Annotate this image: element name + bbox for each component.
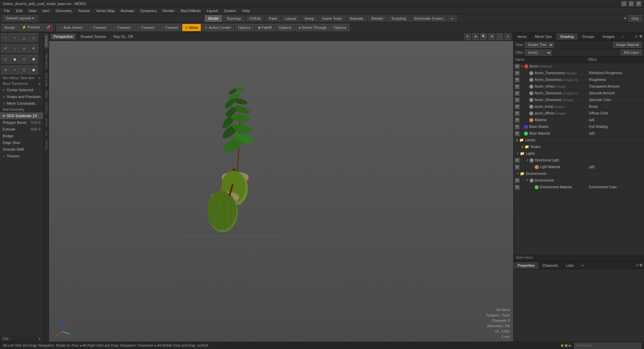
close-button[interactable]: ✕ bbox=[636, 1, 641, 6]
curve-tab[interactable]: Curve bbox=[44, 116, 49, 129]
status-arrow[interactable]: ▶ bbox=[569, 344, 572, 347]
tool-icon-hex1[interactable]: ⬡ bbox=[20, 55, 29, 63]
sculpt-button[interactable]: Sculpt bbox=[1, 24, 18, 31]
expand-acorn[interactable] bbox=[521, 65, 523, 68]
vp-ctrl-6[interactable]: ≡ bbox=[504, 33, 511, 40]
prop-tab-lists[interactable]: Lists bbox=[562, 262, 578, 269]
sds-subdivide-item[interactable]: SDS Subdivide 2X bbox=[0, 112, 43, 119]
maximize-button[interactable]: □ bbox=[629, 1, 634, 6]
vp-tab-perspective[interactable]: Perspective bbox=[51, 34, 75, 39]
menu-edit[interactable]: Edit bbox=[13, 8, 25, 13]
expand-environments[interactable] bbox=[516, 172, 519, 175]
menu-maxtomodo[interactable]: MaxToModo bbox=[178, 8, 204, 13]
vp-ctrl-3[interactable]: 🔍 bbox=[480, 33, 487, 40]
deform-tab[interactable]: Deform bbox=[44, 34, 49, 49]
vis-btn-diffuse[interactable]: 👁 bbox=[515, 111, 520, 116]
rp-tab-images[interactable]: Images bbox=[599, 33, 619, 40]
st-row-env-material[interactable]: 👁 Environment Material Environment Color bbox=[514, 184, 644, 191]
tool-icon-box[interactable]: □ bbox=[10, 33, 19, 42]
expand-library[interactable] bbox=[516, 139, 518, 142]
menu-help[interactable]: Help bbox=[239, 8, 253, 13]
tab-setup[interactable]: Setup bbox=[301, 15, 318, 22]
st-row-bump[interactable]: 👁 acorn_bump (Image) Bump bbox=[514, 103, 644, 110]
tool-icon-text[interactable]: A bbox=[29, 44, 38, 53]
dodecahedron-tab[interactable]: Dodecahe... bbox=[44, 49, 49, 71]
polygon-tab[interactable]: Polygon bbox=[44, 100, 49, 116]
st-row-lights[interactable]: 📁 Lights bbox=[514, 150, 644, 157]
vp-ctrl-5[interactable]: ⬛ bbox=[496, 33, 503, 40]
st-row-glossiness2[interactable]: 👁 Acorn_Glossiness (Image) {2} Specular … bbox=[514, 90, 644, 97]
tool-icon-fill[interactable]: ◼ bbox=[10, 55, 19, 63]
tool-icon-tri[interactable]: △ bbox=[20, 33, 29, 42]
vis-btn-material[interactable]: 👁 bbox=[515, 118, 520, 122]
edge-tab[interactable]: Edge bbox=[44, 88, 49, 100]
tool-icon-expand[interactable]: ⤢ bbox=[10, 65, 19, 74]
tab-paint[interactable]: Paint bbox=[265, 15, 281, 22]
add-geometry-header[interactable]: Add Geometry bbox=[0, 107, 43, 112]
extrude-item[interactable]: Extrude Shift-X bbox=[0, 126, 43, 133]
st-row-light-material[interactable]: 👁 Light Material (all) bbox=[514, 164, 644, 170]
minimize-button[interactable]: — bbox=[621, 1, 627, 6]
tool-icon-scale[interactable]: ⊙ bbox=[20, 44, 29, 53]
menu-system[interactable]: System bbox=[221, 8, 239, 13]
polygon-bevel-item[interactable]: Polygon Bevel Shift-B bbox=[0, 119, 43, 126]
tab-render[interactable]: Render bbox=[368, 15, 387, 22]
menu-geometry[interactable]: Geometry bbox=[53, 8, 74, 13]
vp-tab-raygl[interactable]: Ray GL: Off bbox=[111, 34, 136, 39]
assign-material-button[interactable]: Assign Material bbox=[613, 42, 642, 48]
menu-item[interactable]: Item bbox=[40, 8, 52, 13]
convert-button-1[interactable]: ↔ Convert bbox=[86, 24, 109, 31]
st-row-glossiness3[interactable]: 👁 Acorn_Glossiness (Image) Specular Colo… bbox=[514, 97, 644, 103]
tool-icon-move[interactable]: ↕ bbox=[10, 44, 19, 53]
st-row-acorn[interactable]: 👁 Acorn (Material) bbox=[514, 63, 644, 70]
options-button-3[interactable]: Options bbox=[331, 24, 350, 31]
rp-tab-items[interactable]: Items bbox=[514, 33, 531, 40]
tab-model[interactable]: Model bbox=[205, 15, 222, 22]
vis-btn-glossiness3[interactable]: 👁 bbox=[515, 98, 520, 102]
rp-tab-shading[interactable]: Shading bbox=[556, 33, 578, 40]
convert-button-2[interactable]: ↔ Convert bbox=[110, 24, 133, 31]
tool-icon-undo[interactable]: ↺ bbox=[1, 65, 10, 74]
bridge-item[interactable]: Bridge bbox=[0, 133, 43, 139]
select-through-button[interactable]: ◈ Select Through bbox=[296, 24, 330, 31]
st-row-environment[interactable]: 👁 Environment bbox=[514, 177, 644, 184]
add-layer-button[interactable]: Add Layer bbox=[621, 50, 642, 55]
vis-btn-translucency[interactable]: 👁 bbox=[515, 71, 520, 76]
vis-btn-dir-light[interactable]: 👁 bbox=[515, 158, 520, 163]
prop-expand-btn[interactable]: ⤢ bbox=[636, 263, 639, 267]
st-row-environments[interactable]: 📁 Environments bbox=[514, 170, 644, 177]
tab-scripting[interactable]: Scripting bbox=[388, 15, 410, 22]
rp-tab-meshops[interactable]: Mesh Ops bbox=[531, 33, 556, 40]
tool-icon-hex4[interactable]: ⬢ bbox=[29, 65, 38, 74]
more-transforms-header[interactable]: More Transforms ▾ bbox=[0, 81, 43, 87]
st-row-diffuse[interactable]: 👁 acorn_diffuse (Image) Diffuse Color bbox=[514, 110, 644, 117]
viewport-canvas[interactable]: X Y Z No Items Polygons : Face Channels:… bbox=[49, 41, 513, 342]
expand-dir-light[interactable] bbox=[526, 159, 529, 162]
menu-render[interactable]: Render bbox=[160, 8, 177, 13]
fusion-tab[interactable]: Fusion bbox=[44, 138, 49, 152]
item-menu-header[interactable]: Item Menu: New Item ▾ bbox=[0, 75, 43, 81]
vp-tab-shaded[interactable]: Shaded Texture bbox=[77, 34, 109, 39]
pin-button[interactable]: 📌 bbox=[44, 24, 53, 31]
menu-texture[interactable]: Texture bbox=[75, 8, 93, 13]
vis-btn-acorn[interactable]: 👁 bbox=[515, 64, 520, 69]
presets-button[interactable]: ⚡ Presets bbox=[19, 24, 43, 31]
st-row-translucency[interactable]: 👁 Acorn_Translucency (Image) Refraction … bbox=[514, 70, 644, 77]
thicken-item[interactable]: ✓ Thicken bbox=[0, 153, 43, 159]
tool-icon-hex2[interactable]: ⬢ bbox=[29, 55, 38, 63]
items-button[interactable]: ⬡ Items bbox=[182, 24, 201, 31]
auto-select-button[interactable]: ⬚ Auto Select bbox=[56, 24, 85, 31]
uv-tab[interactable]: UV bbox=[44, 129, 49, 138]
prop-tab-channels[interactable]: Channels bbox=[538, 262, 562, 269]
tab-gametools[interactable]: Game Tools bbox=[318, 15, 345, 22]
rp-expand-btn[interactable]: ⤢ bbox=[635, 34, 638, 39]
rp-tab-groups[interactable]: Groups bbox=[578, 33, 598, 40]
vis-btn-light-material[interactable]: 👁 bbox=[515, 165, 520, 169]
expand-lights[interactable] bbox=[516, 152, 519, 155]
prop-tab-add[interactable]: + bbox=[578, 262, 588, 269]
expand-nodes[interactable] bbox=[522, 145, 524, 148]
tab-animate[interactable]: Animate bbox=[346, 15, 367, 22]
st-row-base-material[interactable]: 👁 Base Material (all) bbox=[514, 130, 644, 137]
center-selected-item[interactable]: ✓ Center Selected bbox=[0, 87, 43, 93]
rp-tab-add[interactable]: + bbox=[619, 33, 627, 40]
